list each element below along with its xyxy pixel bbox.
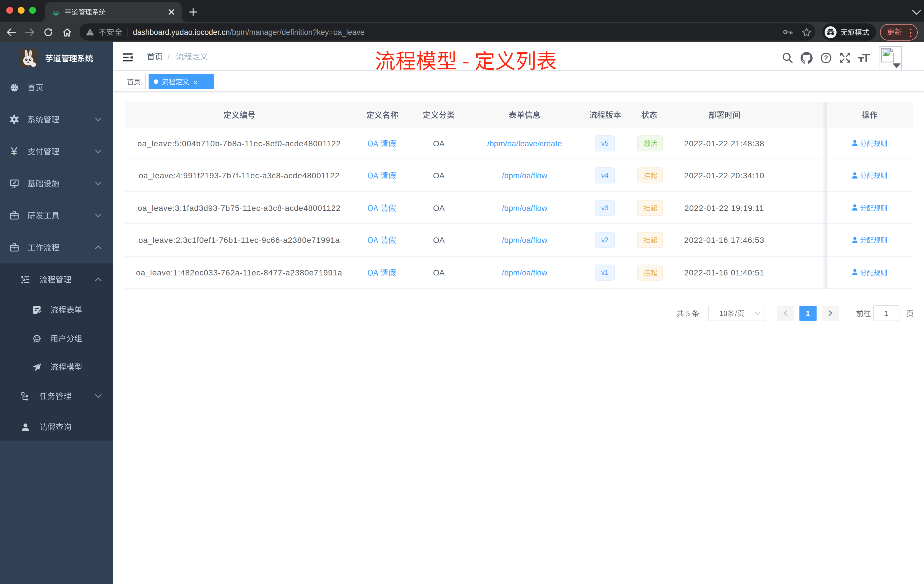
svg-text:?: ? bbox=[824, 54, 828, 62]
